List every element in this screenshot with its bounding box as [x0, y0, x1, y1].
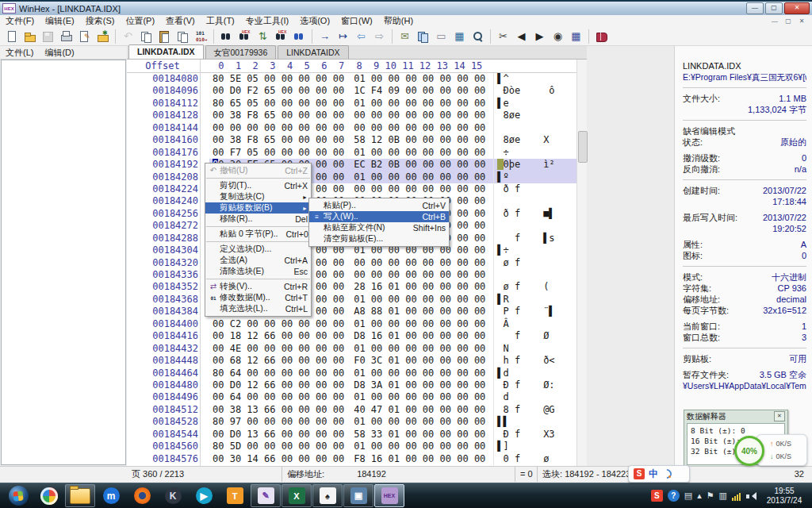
goto-page-button[interactable]: ↦ [334, 28, 352, 45]
row-bytes[interactable]: 00 F7 05 00 00 00 00 0001 00 00 00 00 00… [209, 147, 576, 159]
bytes-0-7[interactable]: 00 D0 12 66 00 00 00 00 [209, 379, 350, 391]
bytes-8-15[interactable]: 00 00 00 00 00 00 00 00 [350, 269, 485, 281]
row-bytes[interactable]: 00 38 F8 65 00 00 00 0058 12 0B 00 00 00… [209, 134, 576, 146]
row-bytes[interactable]: 80 64 00 00 00 00 00 0001 00 00 00 00 00… [209, 368, 576, 379]
bytes-8-15[interactable]: 00 00 00 00 00 00 00 00 [350, 183, 485, 195]
bytes-8-15[interactable]: 28 16 01 00 00 00 00 00 [350, 281, 485, 293]
winhex-taskbar[interactable]: HEX [374, 484, 404, 507]
speed-ball[interactable]: 40% [734, 436, 764, 466]
navigate-back-button[interactable]: ⇦ [352, 28, 370, 45]
360-pinwheel[interactable] [34, 484, 64, 507]
bytes-0-7[interactable]: 00 38 F8 65 00 00 00 00 [209, 134, 350, 146]
row-bytes[interactable]: 00 18 12 66 00 00 00 00D8 16 01 00 00 00… [209, 330, 576, 342]
bytes-0-7[interactable]: 80 97 00 00 00 00 00 00 [209, 416, 350, 428]
card-game[interactable]: ♠ [312, 484, 343, 507]
menu-copy-block[interactable]: 复制选块(C)► [205, 191, 311, 202]
find-text-button[interactable] [217, 28, 236, 45]
panel-menu-item-1[interactable]: 编辑(D) [39, 47, 79, 59]
row-ascii[interactable]: ▌º [493, 171, 576, 183]
sogou-ime-tray-icon[interactable]: S [651, 490, 663, 502]
bytes-8-15[interactable]: D8 3A 01 00 00 00 00 00 [350, 379, 485, 391]
row-bytes[interactable]: 00 30 14 66 00 00 00 00F8 16 01 00 00 00… [209, 453, 576, 465]
bytes-0-7[interactable]: 00 18 12 66 00 00 00 00 [209, 330, 350, 342]
bytes-8-15[interactable]: F8 16 01 00 00 00 00 00 [350, 453, 485, 465]
row-ascii[interactable]: f Ø [493, 330, 576, 342]
menu-clipboard-data[interactable]: 剪贴板数据(B)► [205, 202, 311, 214]
bytes-8-15[interactable]: 00 00 00 00 00 00 00 00 [350, 110, 485, 121]
bytes-8-15[interactable]: A8 88 01 00 00 00 00 00 [350, 306, 485, 318]
row-bytes[interactable]: 80 5E 05 00 00 00 00 0001 00 00 00 00 00… [209, 73, 576, 85]
bytes-8-15[interactable]: 58 12 0B 00 00 00 00 00 [350, 134, 485, 146]
qq-player[interactable]: ▶ [189, 484, 219, 507]
bytes-0-7[interactable]: 80 5E 05 00 00 00 00 00 [209, 73, 350, 85]
copy-page-button[interactable] [174, 28, 192, 45]
row-bytes[interactable]: 00 D0 F2 65 00 00 00 001C F4 09 00 00 00… [209, 85, 576, 97]
row-ascii[interactable] [493, 269, 576, 281]
bytes-0-7[interactable]: 80 65 05 00 00 00 00 00 [209, 98, 350, 110]
safety-center-icon[interactable]: ? [668, 490, 680, 502]
ime-feed-icon[interactable] [662, 469, 672, 479]
menubar-item-1[interactable]: 编辑(E) [40, 16, 80, 25]
tk-game-box[interactable]: T [220, 484, 250, 507]
row-ascii[interactable]: ▌▌ [493, 416, 576, 428]
bytes-8-15[interactable]: 00 00 00 00 00 00 00 00 [350, 122, 485, 134]
bytes-8-15[interactable]: EC B2 0B 00 00 00 00 00 [350, 159, 485, 171]
bytes-8-15[interactable]: 01 00 00 00 00 00 00 00 [350, 318, 485, 330]
bytes-0-7[interactable]: 00 00 00 00 00 00 00 00 [209, 122, 350, 134]
ime-mode-chinese[interactable]: 中 [649, 468, 658, 481]
row-bytes[interactable]: 80 97 00 00 00 00 00 0001 00 00 00 00 00… [209, 416, 576, 428]
block-grid-button[interactable]: ▦ [567, 28, 585, 45]
interpreter-close-icon[interactable]: ✕ [774, 411, 785, 421]
row-ascii[interactable]: h f ð< [493, 355, 576, 367]
kmplayer[interactable]: K [158, 484, 188, 507]
mdi-minimize-button[interactable]: — [769, 17, 780, 25]
help-book-button[interactable] [592, 28, 611, 45]
row-ascii[interactable]: 8øe [493, 110, 576, 121]
row-ascii[interactable] [493, 195, 576, 207]
row-ascii[interactable]: ▌^ [493, 73, 576, 85]
row-ascii[interactable]: ÷ [493, 147, 576, 159]
row-ascii[interactable]: Ð f X3 [493, 429, 576, 441]
bytes-8-15[interactable]: 01 00 00 00 00 00 00 00 [350, 416, 485, 428]
tab-0[interactable]: LINKDATA.IDX [128, 44, 204, 59]
taskbar-clock[interactable]: 19:55 2013/7/24 [760, 487, 809, 506]
sogou-icon[interactable]: S [634, 468, 645, 479]
scrollbar-thumb[interactable] [578, 131, 588, 163]
row-ascii[interactable]: ð f [493, 183, 576, 195]
bytes-8-15[interactable]: 01 00 00 00 00 00 00 00 [350, 98, 485, 110]
bytes-8-15[interactable]: 01 00 00 00 00 00 00 00 [350, 441, 485, 452]
clipboard-tray-icon[interactable]: ▥ [719, 490, 727, 502]
close-button[interactable]: ✕ [784, 2, 810, 14]
bytes-8-15[interactable]: D8 16 01 00 00 00 00 00 [350, 330, 485, 342]
row-bytes[interactable]: 00 D0 12 66 00 00 00 00D8 3A 01 00 00 00… [209, 379, 576, 391]
row-bytes[interactable]: 00 00 00 00 00 00 00 0000 00 00 00 00 00… [209, 122, 576, 134]
menu-modify-data[interactable]: 01修改数据(M)..Ctrl+T [205, 292, 311, 303]
menubar-item-7[interactable]: 选项(O) [294, 16, 335, 25]
bytes-8-15[interactable]: 01 00 00 00 00 00 00 00 [350, 147, 485, 159]
bytes-0-7[interactable]: 00 38 F8 65 00 00 00 00 [209, 110, 350, 121]
print-queue-icon[interactable]: ▤ [684, 490, 692, 502]
row-ascii[interactable]: N [493, 343, 576, 355]
row-ascii[interactable]: 8 f @G [493, 404, 576, 416]
row-bytes[interactable]: 00 38 13 66 00 00 00 0040 47 01 00 00 00… [209, 404, 576, 416]
row-ascii[interactable]: 8øe X [493, 134, 576, 146]
volume-icon[interactable] [745, 491, 756, 502]
find-hex-values-button[interactable] [236, 28, 254, 45]
row-ascii[interactable]: 0þe ì² [493, 159, 576, 171]
bytes-0-7[interactable]: 00 D0 13 66 00 00 00 00 [209, 429, 350, 441]
preview-magnifier-button[interactable] [469, 28, 487, 45]
menubar-item-8[interactable]: 窗口(W) [335, 16, 378, 25]
menu-convert[interactable]: ⇄转换(V)..Ctrl+R [205, 281, 311, 292]
goto-offset-button[interactable]: → [316, 28, 334, 45]
navigate-forward-button[interactable]: ⇨ [370, 28, 389, 45]
row-bytes[interactable]: 80 65 05 00 00 00 00 0001 00 00 00 00 00… [209, 98, 576, 110]
vertical-scrollbar[interactable] [576, 60, 587, 466]
bytes-8-15[interactable]: 58 33 01 00 00 00 00 00 [350, 429, 485, 441]
bytes-0-7[interactable]: 00 30 14 66 00 00 00 00 [209, 453, 350, 465]
row-ascii[interactable]: Ðòe ô [493, 85, 576, 97]
tab-2[interactable]: LINKDATAIDX [278, 45, 348, 59]
menubar-item-4[interactable]: 查看(V) [160, 16, 201, 25]
row-ascii[interactable] [493, 122, 576, 134]
menu-remove[interactable]: 移除(R)..Del [205, 214, 311, 225]
menubar-item-0[interactable]: 文件(F) [0, 16, 40, 25]
